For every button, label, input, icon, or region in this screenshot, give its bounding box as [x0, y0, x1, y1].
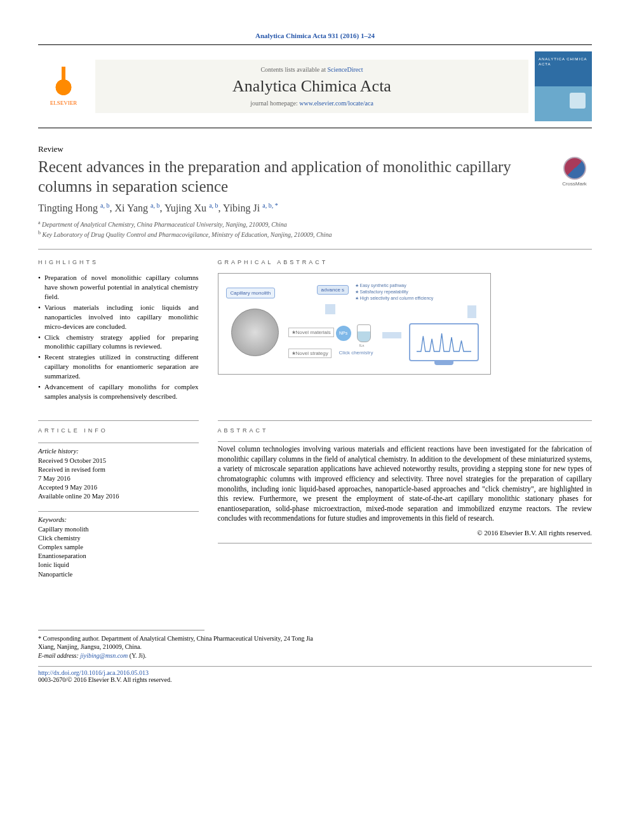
ga-ils-label: ILs: [359, 343, 365, 347]
masthead: ELSEVIER Contents lists available at Sci…: [38, 45, 592, 128]
publisher-name: ELSEVIER: [50, 100, 77, 106]
contents-prefix: Contents lists available at: [260, 66, 327, 73]
homepage-prefix: journal homepage:: [250, 100, 299, 107]
article-type: Review: [38, 144, 592, 154]
graphical-abstract-head: GRAPHICAL ABSTRACT: [218, 259, 592, 265]
affil-text: Key Laboratory of Drug Quality Control a…: [43, 231, 332, 238]
keyword: Enantioseparation: [38, 552, 199, 561]
online-date: Available online 20 May 2016: [38, 492, 199, 501]
ga-arrow-down-icon: [325, 304, 335, 314]
ga-ils-flask-icon: [357, 324, 371, 342]
affil-sup: a: [38, 220, 41, 225]
highlights-head: HIGHLIGHTS: [38, 259, 199, 265]
journal-homepage-link[interactable]: www.elsevier.com/locate/aca: [299, 100, 373, 107]
ga-novel-materials-box: ★Novel materials: [288, 328, 334, 337]
ga-click-chemistry-label: Click chemistry: [339, 350, 373, 356]
received-date: Received 9 October 2015: [38, 457, 199, 465]
ga-arrow-up-icon: [467, 305, 476, 318]
ga-capillary-monolith-box: Capillary monolith: [226, 288, 276, 298]
keyword: Click chemistry: [38, 534, 199, 543]
highlight-item: Preparation of novel monolithic capillar…: [38, 273, 199, 302]
history-head: Article history:: [38, 447, 199, 456]
keywords-head: Keywords:: [38, 516, 199, 524]
top-citation: Analytica Chimica Acta 931 (2016) 1–24: [38, 32, 592, 39]
ga-monolith-sem-icon: [231, 309, 279, 356]
corr-name: (Y. Ji).: [130, 652, 147, 659]
journal-cover-thumbnail: [535, 51, 592, 121]
abstract-rule-top: [218, 420, 592, 421]
keyword: Capillary monolith: [38, 525, 199, 534]
article-history: Article history: Received 9 October 2015…: [38, 443, 199, 578]
crossmark-icon: [563, 157, 586, 180]
highlight-item: Advancement of capillary monoliths for c…: [38, 382, 199, 401]
masthead-center: Contents lists available at ScienceDirec…: [95, 60, 528, 113]
affil-text: Department of Analytical Chemistry, Chin…: [42, 221, 287, 228]
article-info-head: ARTICLE INFO: [38, 427, 199, 434]
ga-advantages-list: ★ Easy synthetic pathway ★ Satisfactory …: [355, 283, 434, 301]
doi-block: http://dx.doi.org/10.1016/j.aca.2016.05.…: [38, 666, 592, 683]
corresponding-author: * Corresponding author. Department of An…: [38, 634, 315, 660]
homepage-line: journal homepage: www.elsevier.com/locat…: [95, 100, 528, 107]
keyword: Nanoparticle: [38, 570, 199, 579]
highlight-item: Recent strategies utilized in constructi…: [38, 352, 199, 381]
sciencedirect-link[interactable]: ScienceDirect: [327, 66, 363, 73]
elsevier-tree-icon: [48, 67, 79, 98]
doi-link[interactable]: http://dx.doi.org/10.1016/j.aca.2016.05.…: [38, 669, 149, 676]
graphical-abstract-figure: Capillary monolith advance s ★ Easy synt…: [218, 273, 491, 375]
info-rule-top: [38, 420, 199, 421]
crossmark-label: CrossMark: [562, 181, 587, 187]
email-label: E-mail address:: [38, 652, 79, 659]
corr-email-link[interactable]: jiyibing@msn.com: [80, 652, 128, 659]
abstract-rule-mid: [218, 441, 592, 442]
corr-asterisk: *: [38, 635, 41, 642]
copyright-line: © 2016 Elsevier B.V. All rights reserved…: [218, 529, 592, 537]
ga-novel-strategy-box: ★Novel strategy: [288, 349, 332, 358]
keywords-list: Capillary monolith Click chemistry Compl…: [38, 525, 199, 579]
revised-date: Received in revised form 7 May 2016: [38, 465, 199, 483]
footnote-rule: [38, 630, 204, 630]
highlights: Preparation of novel monolithic capillar…: [38, 273, 199, 401]
keyword: Complex sample: [38, 543, 199, 552]
abstract-rule-bottom: [218, 543, 592, 543]
affiliations: a Department of Analytical Chemistry, Ch…: [38, 219, 592, 240]
corr-text: Corresponding author. Department of Anal…: [38, 635, 313, 651]
accepted-date: Accepted 9 May 2016: [38, 483, 199, 492]
highlight-item: Various materials including ionic liquid…: [38, 303, 199, 331]
keyword: Ionic liquid: [38, 561, 199, 570]
affil-sup: b: [38, 230, 41, 236]
article-title: Recent advances in the preparation and a…: [38, 157, 544, 197]
ga-advances-box: advance s: [317, 285, 349, 295]
journal-name: Analytica Chimica Acta: [95, 77, 528, 96]
publisher-logo[interactable]: ELSEVIER: [38, 67, 89, 106]
authors: Tingting Hong a, b, Xi Yang a, b, Yujing…: [38, 202, 592, 214]
issn-copyright: 0003-2670/© 2016 Elsevier B.V. All right…: [38, 676, 171, 683]
contents-line: Contents lists available at ScienceDirec…: [95, 66, 528, 73]
ga-nps-icon: NPs: [336, 326, 351, 341]
ga-chromatogram-icon: [417, 330, 471, 354]
ga-arrow-right-icon: [382, 332, 401, 338]
abstract-head: ABSTRACT: [218, 427, 592, 434]
affil-rule: [38, 249, 592, 250]
crossmark-badge[interactable]: CrossMark: [557, 157, 592, 187]
highlight-item: Click chemistry strategy applied for pre…: [38, 333, 199, 352]
abstract-text: Novel column technologies involving vari…: [218, 444, 592, 523]
